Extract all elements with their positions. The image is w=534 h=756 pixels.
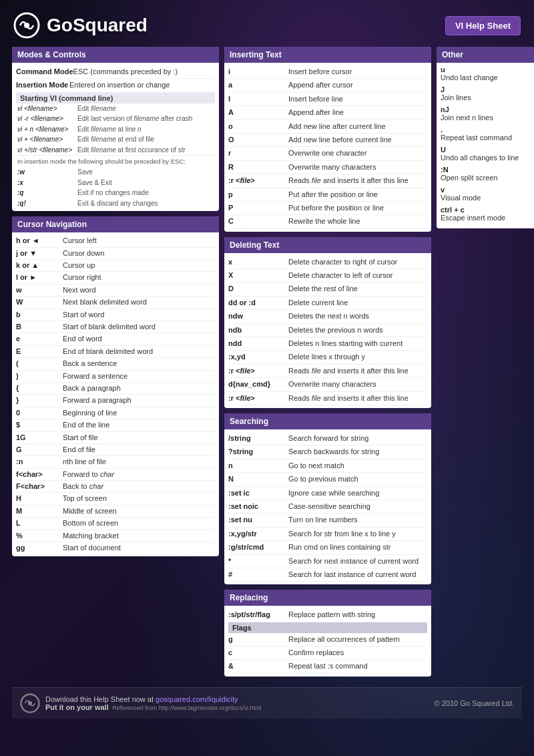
- search-cmd-desc: Run cmd on lines containing str: [288, 542, 390, 552]
- insert-cmd-desc: Append after line: [288, 108, 344, 118]
- save-cmd-desc: Exit & discard any changes: [77, 199, 158, 208]
- list-item: & Repeat last :s command: [228, 660, 427, 673]
- footer: Download this Help Sheet now at gosquare…: [12, 687, 522, 719]
- list-item: dd or :d Delete current line: [228, 297, 427, 310]
- other-card: Other u Undo last change J Join lines nJ…: [437, 47, 534, 228]
- cmd-desc: Entered on insertion or change: [69, 80, 170, 90]
- other-cmd-key: ctrl + c: [441, 206, 534, 214]
- save-cmd-key: :q!: [17, 199, 77, 208]
- insert-cmd-key: R: [228, 162, 288, 172]
- list-item: ndw Deletes the next n words: [228, 310, 427, 323]
- logo-area: GoSquared: [13, 12, 148, 39]
- other-cmd-desc: Join next n lines: [441, 114, 534, 122]
- insert-cmd-key: p: [228, 190, 288, 200]
- save-cmd-desc: Save: [77, 168, 93, 177]
- list-item: W Next blank delimited word: [16, 297, 215, 309]
- delete-cmd-key: ndw: [228, 311, 288, 321]
- footer-link[interactable]: gosquared.com/liquidicity: [156, 695, 238, 703]
- footer-download-line: Download this Help Sheet now at gosquare…: [45, 695, 261, 703]
- other-section: nJ Join next n lines: [441, 106, 534, 122]
- list-item: k or ▲ Cursor up: [16, 260, 215, 272]
- list-item: # Search for last instance of current wo…: [228, 568, 427, 582]
- save-cmd-desc: Save & Exit: [77, 178, 112, 188]
- list-item: C Rewrite the whole line: [228, 215, 427, 228]
- list-item: D Delete the rest of line: [228, 282, 427, 296]
- search-cmd-key: :x,yg/str: [228, 529, 288, 539]
- vi-badge: VI Help Sheet: [445, 16, 521, 35]
- insert-cmd-key: C: [228, 216, 288, 226]
- vi-cmd-desc: Edit filename: [77, 104, 116, 114]
- replacing-header: Replacing: [224, 590, 431, 606]
- list-item: N Go to previous match: [228, 473, 427, 486]
- modes-controls-header: Modes & Controls: [12, 47, 219, 63]
- insert-cmd-key: O: [228, 135, 288, 145]
- footer-download-text: Download this Help Sheet now at: [45, 695, 154, 703]
- nav-cmd-key: E: [16, 347, 63, 357]
- search-cmd-desc: Go to previous match: [288, 474, 358, 484]
- list-item: G End of file: [16, 444, 215, 456]
- footer-ref-text: Referenced from http://www.lagmonster.or…: [111, 705, 262, 711]
- nav-cmd-desc: Beginning of line: [63, 408, 117, 418]
- nav-cmd-desc: End of the line: [63, 420, 109, 430]
- flag-cmd-desc: Confirm replaces: [288, 648, 344, 658]
- nav-cmd-key: :n: [16, 457, 63, 467]
- vi-cmd-key: vi -r <filename>: [17, 114, 77, 124]
- list-item: n Go to next match: [228, 459, 427, 473]
- other-section: . Repeat last command: [441, 126, 534, 142]
- footer-logo-icon: [20, 693, 40, 713]
- nav-cmd-desc: Middle of screen: [63, 506, 117, 516]
- flag-cmd-key: c: [228, 648, 288, 658]
- search-cmd-key: #: [228, 570, 288, 580]
- list-item: :r <file> Reads file and inserts it afte…: [228, 174, 427, 188]
- nav-cmd-key: gg: [16, 543, 63, 553]
- other-body: u Undo last change J Join lines nJ Join …: [437, 63, 534, 228]
- cursor-nav-header: Cursor Navigation: [12, 216, 219, 232]
- nav-cmd-key: h or ◄: [16, 236, 63, 246]
- delete-cmd-desc: Delete character to right of cursor: [288, 257, 397, 267]
- flag-cmd-key: &: [228, 661, 288, 671]
- search-cmd-desc: Search for last instance of current word: [288, 570, 416, 580]
- delete-cmd-desc: Reads file and inserts it after this lin…: [288, 393, 409, 403]
- insert-cmd-key: a: [228, 80, 288, 90]
- insert-cmd-key: r: [228, 148, 288, 158]
- list-item: e End of word: [16, 333, 215, 345]
- list-item: Command Mode ESC (commands preceded by :…: [16, 65, 215, 79]
- list-item: A Append after line: [228, 106, 427, 120]
- nav-cmd-key: b: [16, 310, 63, 320]
- search-cmd-key: :set noic: [228, 502, 288, 512]
- nav-cmd-desc: Cursor left: [63, 236, 97, 246]
- flag-cmd-key: g: [228, 634, 288, 644]
- list-item: R Overwrite many characters: [228, 161, 427, 174]
- list-item: :x,yd Delete lines x through y: [228, 351, 427, 364]
- nav-cmd-key: W: [16, 297, 63, 307]
- cursor-nav-body: h or ◄ Cursor left j or ▼ Cursor down k …: [12, 232, 219, 556]
- list-item: :set noic Case-sensitive searching: [228, 500, 427, 514]
- list-item: :w Save: [16, 167, 215, 178]
- other-cmd-desc: Join lines: [441, 93, 534, 102]
- list-item: X Delete character to left of cursor: [228, 269, 427, 282]
- nav-cmd-desc: Matching bracket: [63, 531, 119, 541]
- list-item: P Put before the position or line: [228, 202, 427, 215]
- list-item: Insertion Mode Entered on insertion or c…: [16, 79, 215, 92]
- delete-cmd-key: :x,yd: [228, 352, 288, 362]
- nav-cmd-desc: Back a sentence: [63, 359, 117, 369]
- nav-cmd-key: w: [16, 285, 63, 295]
- deleting-text-header: Deleting Text: [224, 237, 431, 253]
- delete-cmd-key: d{nav_cmd}: [228, 379, 288, 389]
- delete-cmd-desc: Delete the rest of line: [288, 284, 358, 294]
- nav-cmd-key: L: [16, 518, 63, 528]
- list-item: M Middle of screen: [16, 506, 215, 518]
- logo-text: GoSquared: [47, 15, 148, 36]
- footer-copyright: © 2010 Go Squared Ltd.: [435, 699, 514, 707]
- nav-cmd-desc: Cursor right: [63, 272, 101, 282]
- delete-cmd-desc: Deletes n lines starting with current: [288, 339, 403, 349]
- vi-cmd-desc: Edit last version of filename after cras…: [77, 114, 192, 124]
- modes-controls-body: Command Mode ESC (commands preceded by :…: [12, 63, 219, 211]
- list-item: /string Search forward for string: [228, 432, 427, 445]
- delete-cmd-desc: Delete lines x through y: [288, 352, 365, 362]
- other-cmd-desc: Visual mode: [441, 194, 534, 202]
- list-item: E End of blank delimited word: [16, 346, 215, 358]
- insert-cmd-desc: Rewrite the whole line: [288, 216, 360, 226]
- nav-cmd-desc: Next blank delimited word: [63, 297, 147, 307]
- save-cmd-desc: Exit if no changes made: [77, 188, 149, 198]
